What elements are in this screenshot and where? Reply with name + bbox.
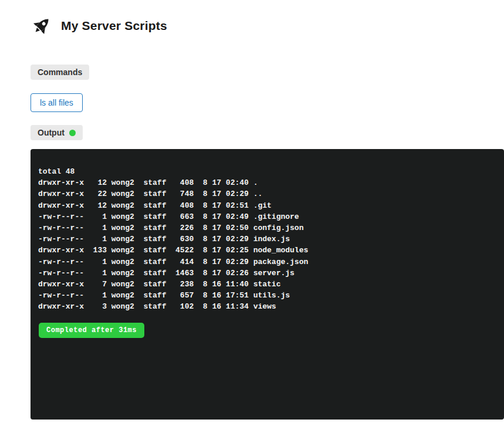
output-section-label: Output: [31, 125, 83, 140]
rocket-icon: [31, 14, 53, 38]
terminal-output-panel: total 48 drwxr-xr-x 12 wong2 staff 408 8…: [31, 149, 504, 420]
terminal-line: drwxr-xr-x 3 wong2 staff 102 8 16 11:34 …: [38, 301, 496, 312]
commands-section-label: Commands: [31, 65, 89, 80]
terminal-line: drwxr-xr-x 133 wong2 staff 4522 8 17 02:…: [38, 245, 496, 256]
terminal-line: -rw-r--r-- 1 wong2 staff 630 8 17 02:29 …: [38, 234, 496, 245]
terminal-line: drwxr-xr-x 12 wong2 staff 408 8 17 02:51…: [38, 200, 496, 211]
terminal-line: -rw-r--r-- 1 wong2 staff 414 8 17 02:29 …: [38, 256, 496, 268]
terminal-line: -rw-r--r-- 1 wong2 staff 226 8 17 02:50 …: [38, 222, 496, 234]
terminal-line: total 48: [38, 166, 496, 177]
terminal-line: drwxr-xr-x 12 wong2 staff 408 8 17 02:40…: [38, 177, 496, 188]
status-dot-icon: [69, 130, 76, 136]
header: My Server Scripts: [31, 13, 504, 39]
terminal-line: -rw-r--r-- 1 wong2 staff 657 8 16 17:51 …: [38, 290, 496, 301]
terminal-line: drwxr-xr-x 22 wong2 staff 748 8 17 02:29…: [38, 188, 496, 199]
page-title: My Server Scripts: [61, 19, 167, 33]
commands-list: ls all files: [31, 93, 504, 112]
page: My Server Scripts Commands ls all files …: [0, 0, 504, 420]
terminal-line: drwxr-xr-x 7 wong2 staff 238 8 16 11:40 …: [38, 279, 496, 290]
ls-all-files-button[interactable]: ls all files: [31, 93, 83, 112]
terminal-line: -rw-r--r-- 1 wong2 staff 663 8 17 02:49 …: [38, 211, 496, 222]
completion-status-badge: Completed after 31ms: [39, 323, 144, 338]
terminal-line: -rw-r--r-- 1 wong2 staff 1463 8 17 02:26…: [38, 268, 496, 279]
output-label-text: Output: [38, 128, 65, 137]
